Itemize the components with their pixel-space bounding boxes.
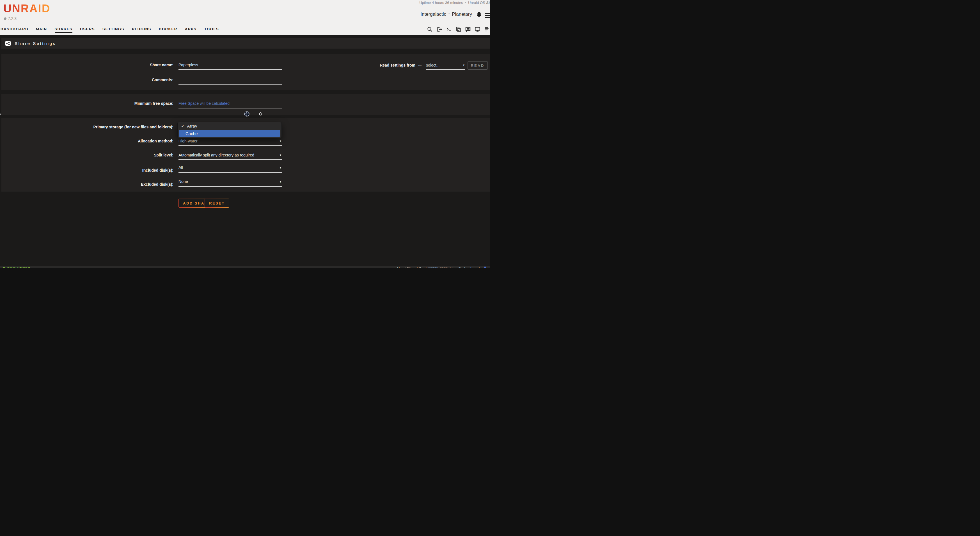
footer-link-icon[interactable] — [484, 266, 486, 268]
caret-down-icon: ▼ — [279, 154, 282, 156]
included-disks-label: Included disk(s): — [0, 168, 173, 172]
unraid-logo[interactable]: UNRAID — [3, 2, 51, 15]
terminal-icon[interactable] — [446, 26, 452, 32]
share-name-underline — [178, 69, 282, 70]
notifications-bell-icon[interactable] — [476, 11, 482, 18]
read-settings-label: Read settings from — [359, 63, 415, 67]
feedback-icon[interactable] — [465, 26, 471, 32]
nav-apps[interactable]: APPS — [185, 27, 197, 33]
logout-icon[interactable] — [436, 26, 442, 32]
primary-storage-label: Primary storage (for new files and folde… — [0, 125, 173, 129]
version-badge: 7.2.3 — [4, 16, 17, 21]
unraid-page: UNRAID 7.2.3 Uptime 4 hours 36 minutes•U… — [0, 0, 490, 268]
log-icon[interactable] — [484, 26, 490, 32]
dropdown-option-array[interactable]: ✓ Array — [181, 124, 197, 129]
search-icon[interactable] — [427, 26, 433, 32]
min-free-input[interactable]: Free Space will be calculated — [178, 101, 280, 105]
copy-icon[interactable] — [455, 26, 461, 32]
cursor-ring-artifact — [259, 112, 262, 115]
nav-plugins[interactable]: PLUGINS — [132, 27, 151, 33]
server-name[interactable]: Intergalactic — [420, 11, 446, 17]
check-icon: ✓ — [181, 124, 185, 129]
nav-tools[interactable]: TOOLS — [204, 27, 219, 33]
status-dot-icon — [3, 267, 5, 268]
included-disks-select[interactable]: All — [178, 165, 280, 170]
server-line: Intergalactic•Planetary — [420, 11, 472, 17]
version-dot-icon — [4, 18, 6, 20]
edge-dot-artifact — [0, 113, 1, 115]
excluded-disks-underline — [178, 186, 282, 187]
caret-down-icon: ▼ — [279, 140, 282, 142]
nav-shares[interactable]: SHARES — [55, 27, 73, 33]
bullet-icon: • — [449, 12, 450, 16]
allocation-label: Allocation method: — [0, 139, 173, 143]
included-disks-underline — [178, 172, 282, 173]
read-settings-underline — [426, 69, 465, 70]
excluded-disks-select[interactable]: None — [178, 179, 280, 184]
comments-label: Comments: — [0, 78, 173, 82]
share-nodes-icon[interactable] — [5, 41, 11, 46]
min-free-underline — [178, 108, 282, 108]
header-toolbar — [427, 26, 490, 32]
copyright-text: Unraid® and Swirl ©2005-2025, Lime Techn… — [397, 266, 485, 268]
caret-down-icon: ▼ — [463, 64, 465, 67]
excluded-disks-label: Excluded disk(s): — [0, 182, 173, 187]
primary-storage-dropdown: ✓ Array Cache — [177, 122, 282, 138]
nav-main[interactable]: MAIN — [36, 27, 47, 33]
comments-underline — [178, 84, 282, 85]
array-status: Array Started — [3, 266, 30, 268]
arrow-left-icon: ← — [417, 62, 423, 68]
uptime-line: Uptime 4 hours 36 minutes•Unraid OS Star… — [419, 0, 490, 5]
main-nav: DASHBOARD MAIN SHARES USERS SETTINGS PLU… — [0, 27, 219, 33]
allocation-underline — [178, 145, 282, 146]
split-level-underline — [178, 159, 282, 160]
panel-name-comments — [2, 54, 490, 90]
caret-down-icon: ▼ — [279, 166, 282, 169]
page-title: Share Settings — [14, 41, 56, 46]
read-settings-select[interactable]: select... — [426, 63, 463, 67]
os-edition: Unraid OS Start — [468, 0, 490, 5]
header: UNRAID 7.2.3 Uptime 4 hours 36 minutes•U… — [0, 0, 490, 35]
allocation-select[interactable]: High-water — [178, 139, 280, 143]
share-name-input[interactable]: Paperpless — [178, 63, 280, 67]
server-description: Planetary — [452, 11, 472, 17]
nav-settings[interactable]: SETTINGS — [102, 27, 124, 33]
uptime-text: Uptime 4 hours 36 minutes — [419, 0, 463, 5]
version-text: 7.2.3 — [8, 16, 17, 21]
reset-button[interactable]: RESET — [205, 199, 229, 207]
move-cursor-icon — [244, 111, 250, 116]
nav-docker[interactable]: DOCKER — [159, 27, 177, 33]
min-free-label: Minimum free space: — [0, 101, 173, 105]
bullet-icon: • — [465, 0, 466, 5]
menu-hamburger-icon[interactable] — [485, 13, 490, 19]
read-button[interactable]: READ — [468, 61, 488, 70]
page-title-bar: Share Settings — [2, 38, 490, 49]
footer-bar: Array Started Unraid® and Swirl ©2005-20… — [0, 266, 490, 268]
caret-down-icon: ▼ — [279, 180, 282, 183]
split-level-label: Split level: — [0, 153, 173, 157]
share-name-label: Share name: — [0, 63, 173, 67]
dropdown-option-cache[interactable]: Cache — [179, 130, 280, 137]
split-level-select[interactable]: Automatically split any directory as req… — [178, 153, 280, 157]
nav-users[interactable]: USERS — [80, 27, 95, 33]
monitor-icon[interactable] — [474, 26, 480, 32]
nav-dashboard[interactable]: DASHBOARD — [0, 27, 29, 33]
